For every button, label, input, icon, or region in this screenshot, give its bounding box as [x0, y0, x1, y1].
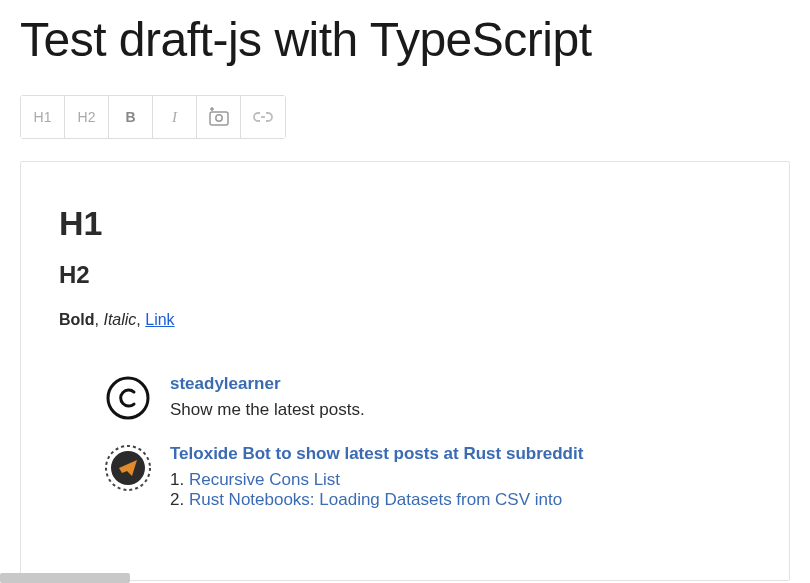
content-heading-1: H1 — [59, 204, 751, 243]
list-link[interactable]: Rust Notebooks: Loading Datasets from CS… — [189, 490, 562, 509]
svg-rect-0 — [210, 112, 228, 125]
editor-area[interactable]: H1 H2 Bold, Italic, Link steadylearner S… — [20, 161, 790, 581]
bot-post-list: 1. Recursive Cons List 2. Rust Notebooks… — [170, 470, 751, 510]
camera-plus-icon — [208, 107, 230, 127]
bot-post-title[interactable]: Teloxide Bot to show latest posts at Rus… — [170, 444, 751, 464]
list-number: 1. — [170, 470, 184, 489]
bot-avatar — [104, 444, 152, 492]
svg-point-1 — [215, 115, 221, 121]
bold-sample: Bold — [59, 311, 95, 328]
italic-sample: Italic — [103, 311, 136, 328]
list-link[interactable]: Recursive Cons List — [189, 470, 340, 489]
horizontal-scrollbar-thumb[interactable] — [0, 573, 130, 583]
h2-button[interactable]: H2 — [65, 96, 109, 138]
content-heading-2: H2 — [59, 261, 751, 289]
username[interactable]: steadylearner — [170, 374, 751, 394]
bot-message-row: Teloxide Bot to show latest posts at Rus… — [59, 444, 751, 510]
content-inline-sample: Bold, Italic, Link — [59, 311, 751, 329]
user-message-row: steadylearner Show me the latest posts. — [59, 374, 751, 422]
italic-button[interactable]: I — [153, 96, 197, 138]
link-button[interactable] — [241, 96, 285, 138]
svg-point-4 — [108, 378, 148, 418]
h1-button[interactable]: H1 — [21, 96, 65, 138]
page-title: Test draft-js with TypeScript — [20, 12, 790, 67]
telegram-bot-icon — [104, 444, 152, 492]
formatting-toolbar: H1 H2 B I — [20, 95, 286, 139]
user-avatar — [104, 374, 152, 422]
separator: , — [136, 311, 145, 328]
list-item: 1. Recursive Cons List — [170, 470, 751, 490]
image-button[interactable] — [197, 96, 241, 138]
list-item: 2. Rust Notebooks: Loading Datasets from… — [170, 490, 751, 510]
list-number: 2. — [170, 490, 184, 509]
copyright-icon — [105, 375, 151, 421]
user-message: Show me the latest posts. — [170, 400, 751, 420]
link-sample[interactable]: Link — [145, 311, 174, 328]
link-icon — [252, 110, 274, 124]
bold-button[interactable]: B — [109, 96, 153, 138]
